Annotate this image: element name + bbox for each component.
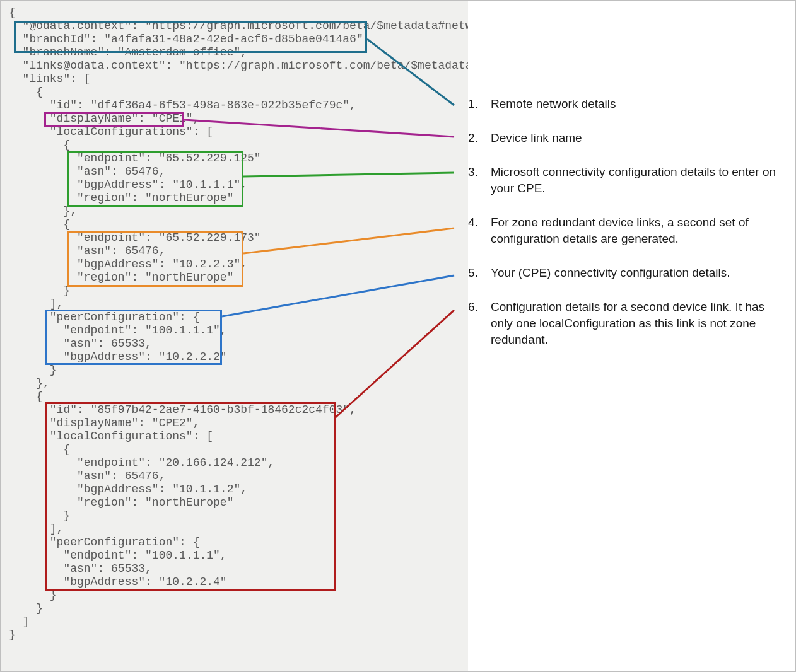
code-line: "region": "northEurope"	[9, 192, 468, 205]
code-line: "bgpAddress": "10.2.2.3",	[9, 258, 468, 271]
code-line: "localConfigurations": [	[9, 430, 468, 443]
code-line: }	[9, 284, 468, 298]
code-line: "@odata.context": "https://graph.microso…	[9, 20, 468, 33]
code-text: ]	[9, 615, 29, 629]
code-text: "@odata.context": "https://graph.microso…	[9, 20, 468, 33]
code-text: "region": "northEurope"	[9, 192, 233, 205]
code-line: }	[9, 602, 468, 615]
code-text: }	[9, 602, 43, 615]
code-line: "asn": 65533,	[9, 337, 468, 350]
annotation-item: 3.Microsoft connectivity configuration d…	[468, 164, 783, 197]
code-text: "links": [	[9, 72, 91, 86]
code-line: }	[9, 364, 468, 377]
code-line: ],	[9, 523, 468, 536]
diagram-frame: { "@odata.context": "https://graph.micro…	[0, 0, 796, 672]
code-text: "peerConfiguration": {	[9, 311, 199, 324]
code-line: "bgpAddress": "10.1.1.2",	[9, 483, 468, 496]
annotation-item: 5.Your (CPE) connectivity configuration …	[468, 265, 783, 281]
annotation-text: Device link name	[491, 130, 582, 146]
annotation-number: 3.	[468, 164, 482, 197]
annotation-list: 1.Remote network details2.Device link na…	[468, 1, 796, 366]
code-line: },	[9, 377, 468, 390]
code-line: }	[9, 629, 468, 642]
code-line: "asn": 65533,	[9, 562, 468, 576]
code-text: "region": "northEurope"	[9, 496, 233, 509]
code-text: "region": "northEurope"	[9, 271, 233, 284]
code-line: "endpoint": "100.1.1.1",	[9, 324, 468, 337]
code-text: "localConfigurations": [	[9, 125, 213, 139]
code-text: {	[9, 218, 70, 231]
code-text: "endpoint": "65.52.229.173"	[9, 231, 261, 245]
annotation-text: Your (CPE) connectivity configuration de…	[491, 265, 730, 281]
code-line: "branchName": "Amsterdam office",	[9, 46, 468, 59]
code-text: "displayName": "CPE2",	[9, 417, 199, 430]
code-line: "endpoint": "20.166.124.212",	[9, 456, 468, 470]
annotation-item: 4.For zone redundant device links, a sec…	[468, 214, 783, 247]
code-line: {	[9, 443, 468, 456]
annotation-item: 2.Device link name	[468, 130, 783, 146]
code-line: "asn": 65476,	[9, 245, 468, 258]
code-line: "localConfigurations": [	[9, 125, 468, 139]
code-text: "asn": 65533,	[9, 337, 152, 350]
annotation-number: 2.	[468, 130, 482, 146]
code-text: ],	[9, 523, 63, 536]
code-text: }	[9, 589, 57, 602]
code-text: "branchName": "Amsterdam office",	[9, 46, 247, 59]
code-line: "region": "northEurope"	[9, 496, 468, 509]
code-line: "bgpAddress": "10.2.2.2"	[9, 350, 468, 364]
code-line: {	[9, 218, 468, 231]
annotation-item: 6.Configuration details for a second dev…	[468, 299, 783, 348]
code-text: "id": "85f97b42-2ae7-4160-b3bf-18462c2c4…	[9, 403, 356, 417]
code-text: }	[9, 284, 70, 298]
code-text: "bgpAddress": "10.2.2.2"	[9, 350, 227, 364]
code-line: },	[9, 205, 468, 218]
code-text: "branchId": "a4fafa31-48a2-42ed-acf6-d85…	[9, 33, 370, 46]
code-text: "bgpAddress": "10.2.2.3",	[9, 258, 247, 271]
code-text: "bgpAddress": "10.1.1.1",	[9, 178, 247, 192]
code-text: "endpoint": "20.166.124.212",	[9, 456, 274, 470]
code-text: },	[9, 377, 50, 390]
code-line: "branchId": "a4fafa31-48a2-42ed-acf6-d85…	[9, 33, 468, 46]
code-text: {	[9, 139, 70, 152]
code-line: }	[9, 509, 468, 523]
annotation-number: 1.	[468, 96, 482, 112]
code-line: "id": "85f97b42-2ae7-4160-b3bf-18462c2c4…	[9, 403, 468, 417]
code-line: "links@odata.context": "https://graph.mi…	[9, 59, 468, 72]
code-line: "asn": 65476,	[9, 165, 468, 178]
code-text: }	[9, 629, 16, 642]
code-text: {	[9, 86, 43, 99]
code-text: {	[9, 443, 70, 456]
code-line: "region": "northEurope"	[9, 271, 468, 284]
code-text: "asn": 65476,	[9, 165, 165, 178]
code-text: "id": "df4f36a4-6f53-498a-863e-022b35efc…	[9, 99, 356, 112]
code-line: {	[9, 86, 468, 99]
code-text: },	[9, 205, 77, 218]
annotation-text: Microsoft connectivity configuration det…	[491, 164, 783, 197]
code-line: "endpoint": "65.52.229.125"	[9, 152, 468, 165]
code-text: "endpoint": "100.1.1.1",	[9, 324, 227, 337]
annotation-number: 4.	[468, 214, 482, 247]
annotation-text: Configuration details for a second devic…	[491, 299, 783, 348]
json-code-block: { "@odata.context": "https://graph.micro…	[1, 1, 468, 671]
annotation-item: 1.Remote network details	[468, 96, 783, 112]
code-text: "peerConfiguration": {	[9, 536, 199, 549]
annotation-text: Remote network details	[491, 96, 616, 112]
code-line: {	[9, 139, 468, 152]
code-line: "bgpAddress": "10.2.2.4"	[9, 576, 468, 589]
code-text: {	[9, 6, 16, 20]
code-line: "asn": 65476,	[9, 470, 468, 483]
code-line: ]	[9, 615, 468, 629]
code-text: "bgpAddress": "10.2.2.4"	[9, 576, 227, 589]
code-line: "endpoint": "65.52.229.173"	[9, 231, 468, 245]
annotation-number: 5.	[468, 265, 482, 281]
code-line: "links": [	[9, 72, 468, 86]
code-text: "bgpAddress": "10.1.1.2",	[9, 483, 247, 496]
code-text: {	[9, 390, 43, 403]
code-line: "bgpAddress": "10.1.1.1",	[9, 178, 468, 192]
code-text: ],	[9, 298, 63, 311]
code-text: "displayName": "CPE1",	[9, 112, 199, 125]
code-line: ],	[9, 298, 468, 311]
code-line: "id": "df4f36a4-6f53-498a-863e-022b35efc…	[9, 99, 468, 112]
code-line: {	[9, 390, 468, 403]
code-text: "asn": 65533,	[9, 562, 152, 576]
